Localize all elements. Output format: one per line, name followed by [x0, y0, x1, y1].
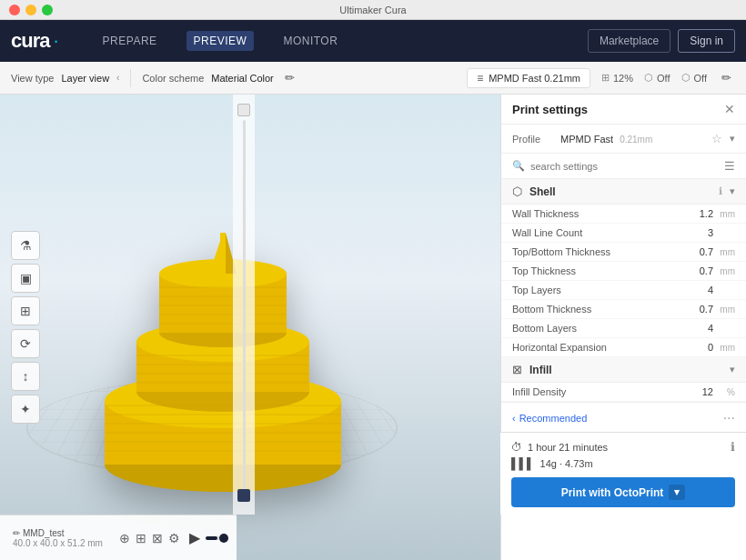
percent-badge: ⊞ 12% — [601, 72, 633, 84]
toolbar-edit-btn[interactable]: ✏ — [718, 69, 735, 86]
nav-preview[interactable]: PREVIEW — [186, 31, 255, 51]
estimate-info-icon[interactable]: ℹ — [731, 440, 735, 454]
estimate-material-text: 14g · 4.73m — [540, 458, 593, 469]
grid-icon[interactable]: ⊞ — [136, 531, 146, 545]
close-button[interactable] — [9, 5, 20, 15]
recommended-chevron[interactable]: ‹ — [512, 413, 516, 424]
infill-section-header: ⊠ Infill ▾ — [501, 357, 746, 383]
left-toolbar: ⚗ ▣ ⊞ ⟳ ↕ ✦ — [11, 231, 40, 424]
print-button[interactable]: Print with OctoPrint ▾ — [511, 477, 735, 507]
nav-prepare[interactable]: PREPARE — [96, 31, 165, 51]
file-info: ✏ MMD_test 40.0 x 40.0 x 51.2 mm — [13, 528, 103, 548]
nav-monitor[interactable]: MONITOR — [276, 31, 345, 51]
slider-handle-top[interactable] — [237, 104, 250, 116]
top-thickness-label: Top Thickness — [512, 265, 686, 276]
infill-toggle-icon[interactable]: ▾ — [730, 364, 735, 375]
grid-icon: ⊞ — [601, 72, 610, 84]
copy-icon[interactable]: ⊕ — [119, 531, 130, 545]
header-right: Marketplace Sign in — [588, 29, 735, 53]
horizontal-expansion-label: Horizontal Expansion — [512, 342, 686, 353]
delete-icon[interactable]: ⊠ — [152, 531, 163, 545]
play-button[interactable]: ▶ — [189, 529, 200, 546]
settings-close-button[interactable]: ✕ — [724, 102, 735, 116]
top-bottom-thickness-unit: mm — [717, 247, 735, 257]
search-row: 🔍 ☰ — [501, 154, 746, 179]
bottom-thickness-value: 0.7 — [686, 304, 713, 315]
profile-dropdown-icon[interactable]: ▾ — [730, 133, 735, 145]
minimize-button[interactable] — [25, 5, 36, 15]
title-bar: Ultimaker Cura — [0, 0, 746, 20]
file-icon: ✏ — [13, 528, 20, 538]
wall-thickness-unit: mm — [717, 209, 735, 219]
color-scheme-edit[interactable]: ✏ — [281, 69, 298, 86]
playback-progress[interactable] — [206, 536, 224, 540]
wall-line-count-label: Wall Line Count — [512, 227, 686, 238]
marketplace-button[interactable]: Marketplace — [588, 29, 670, 53]
tool-btn-3[interactable]: ⊞ — [11, 296, 40, 325]
playback-controls: ▶ — [189, 529, 224, 546]
hamburger-icon[interactable]: ☰ — [724, 159, 735, 173]
3d-object — [86, 224, 359, 515]
tool-btn-5[interactable]: ↕ — [11, 362, 40, 391]
material-icon: ▌▌▌ — [511, 457, 535, 470]
window-title: Ultimaker Cura — [339, 5, 406, 15]
settings-header: Print settings ✕ — [501, 95, 746, 125]
settings-icon[interactable]: ⚙ — [168, 531, 180, 545]
header: cura · PREPARE PREVIEW MONITOR Marketpla… — [0, 20, 746, 62]
progress-thumb[interactable] — [219, 534, 228, 543]
bottom-thickness-label: Bottom Thickness — [512, 304, 686, 315]
infill-density-row: Infill Density 12 % — [501, 383, 746, 402]
view-type-chevron[interactable]: ‹ — [116, 73, 119, 83]
horizontal-expansion-value: 0 — [686, 342, 713, 353]
top-bottom-thickness-value: 0.7 — [686, 246, 713, 257]
print-btn-label: Print with OctoPrint — [561, 486, 664, 499]
profile-label: Profile — [512, 134, 553, 145]
layer-icon: ⬡ — [644, 72, 653, 84]
layer-slider[interactable] — [233, 95, 255, 515]
signin-button[interactable]: Sign in — [678, 29, 735, 53]
slider-handle-bottom[interactable] — [237, 489, 250, 502]
slider-track[interactable] — [243, 120, 246, 502]
traffic-lights — [9, 5, 53, 15]
recommended-row: ‹ Recommended ··· — [501, 402, 746, 434]
file-name-row: ✏ MMD_test — [13, 528, 103, 538]
print-btn-chevron-icon[interactable]: ▾ — [669, 485, 685, 500]
top-thickness-row: Top Thickness 0.7 mm — [501, 262, 746, 281]
wall-thickness-row: Wall Thickness 1.2 mm — [501, 205, 746, 224]
wall-line-count-value: 3 — [686, 227, 713, 238]
settings-title: Print settings — [512, 103, 588, 116]
bottom-thickness-unit: mm — [717, 305, 735, 315]
shell-section-header: ⬡ Shell ℹ ▾ — [501, 179, 746, 205]
profile-name: MPMD Fast 0.21mm — [560, 134, 704, 145]
top-layers-label: Top Layers — [512, 285, 686, 295]
shell-info-icon[interactable]: ℹ — [719, 185, 722, 197]
viewport[interactable]: ⚗ ▣ ⊞ ⟳ ↕ ✦ ✏ MMD_test 40.0 x 40.0 x 51.… — [0, 95, 500, 560]
profile-sub: 0.21mm — [620, 135, 652, 145]
top-layers-value: 4 — [686, 285, 713, 295]
recommended-text[interactable]: Recommended — [519, 413, 588, 424]
settings-profile-row: Profile MPMD Fast 0.21mm ☆ ▾ — [501, 125, 746, 154]
infill-icon: ⊠ — [512, 363, 522, 376]
profile-section[interactable]: ≡ MPMD Fast 0.21mm — [467, 68, 590, 88]
file-dims: 40.0 x 40.0 x 51.2 mm — [13, 538, 103, 548]
view-type-label: View type — [11, 73, 55, 84]
wall-line-count-row: Wall Line Count 3 — [501, 224, 746, 243]
color-scheme-value: Material Color — [211, 73, 273, 84]
estimate-time: 1 hour 21 minutes — [528, 442, 725, 453]
print-estimate: ⏱ 1 hour 21 minutes ℹ ▌▌▌ 14g · 4.73m Pr… — [500, 432, 746, 515]
shell-toggle-icon[interactable]: ▾ — [730, 185, 735, 197]
tool-btn-2[interactable]: ▣ — [11, 264, 40, 293]
more-dots[interactable]: ··· — [723, 410, 735, 426]
top-thickness-unit: mm — [717, 266, 735, 276]
tool-btn-6[interactable]: ✦ — [11, 395, 40, 424]
logo[interactable]: cura · — [11, 29, 59, 53]
bottom-tools: ⊕ ⊞ ⊠ ⚙ — [119, 531, 180, 545]
profile-text: MPMD Fast 0.21mm — [489, 73, 580, 84]
maximize-button[interactable] — [42, 5, 53, 15]
bottom-layers-value: 4 — [686, 323, 713, 334]
tool-btn-4[interactable]: ⟳ — [11, 329, 40, 358]
favorite-icon[interactable]: ☆ — [711, 132, 722, 145]
tool-btn-1[interactable]: ⚗ — [11, 231, 40, 260]
wall-thickness-label: Wall Thickness — [512, 208, 686, 219]
search-input[interactable] — [530, 161, 719, 172]
